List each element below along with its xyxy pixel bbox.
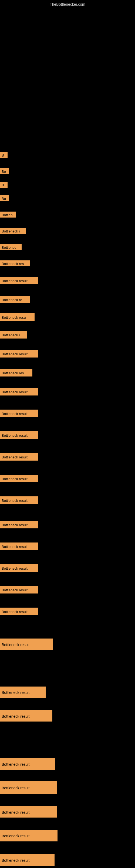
bottleneck-result-item[interactable]: Bottleneck result [0,806,57,817]
bottleneck-result-item[interactable]: Bottleneck result [0,410,38,417]
bottleneck-result-item[interactable]: Bottleneck result [0,475,38,482]
bottleneck-result-item[interactable]: Bottleneck result [0,521,38,528]
bottleneck-result-item[interactable]: Bottlen [0,212,16,218]
bottleneck-result-item[interactable]: Bottleneck result [0,496,38,504]
site-title: TheBottlenecker.com [50,2,85,6]
bottleneck-result-item[interactable]: Bottleneck result [0,453,38,461]
bottleneck-result-item[interactable]: Bottleneck result [0,639,53,650]
bottleneck-result-item[interactable]: Bottleneck resu [0,313,35,321]
bottleneck-result-item[interactable]: B [0,182,8,188]
bottleneck-result-item[interactable]: Bottlenec [0,244,21,250]
bottleneck-result-item[interactable]: Bottleneck result [0,542,38,550]
bottleneck-result-item[interactable]: Bottleneck result [0,431,38,439]
bottleneck-result-item[interactable]: Bottleneck res [0,260,30,267]
bottleneck-result-item[interactable]: Bottleneck result [0,564,38,572]
bottleneck-result-item[interactable]: Bottleneck result [0,350,38,358]
bottleneck-result-item[interactable]: Bo [0,195,9,201]
bottleneck-result-item[interactable]: Bottleneck result [0,854,54,866]
bottleneck-result-item[interactable]: Bottleneck re [0,296,30,303]
bottleneck-result-item[interactable]: Bottleneck result [0,586,38,593]
bottleneck-result-item[interactable]: B [0,152,8,158]
bottleneck-result-item[interactable]: Bottleneck result [0,830,57,841]
bottleneck-result-item[interactable]: Bottleneck result [0,758,55,770]
bottleneck-result-item[interactable]: Bottleneck result [0,710,52,721]
bottleneck-result-item[interactable]: Bottleneck r [0,228,26,234]
bottleneck-result-item[interactable]: Bottleneck res [0,369,32,376]
bottleneck-result-item[interactable]: Bottleneck result [0,388,38,396]
bottleneck-result-item[interactable]: Bottleneck result [0,608,38,615]
bottleneck-result-item[interactable]: Bottleneck result [0,781,57,794]
bottleneck-result-item[interactable]: Bo [0,168,9,174]
bottleneck-result-item[interactable]: Bottleneck result [0,686,46,698]
bottleneck-result-item[interactable]: Bottleneck r [0,331,27,339]
bottleneck-result-item[interactable]: Bottleneck result [0,277,38,284]
